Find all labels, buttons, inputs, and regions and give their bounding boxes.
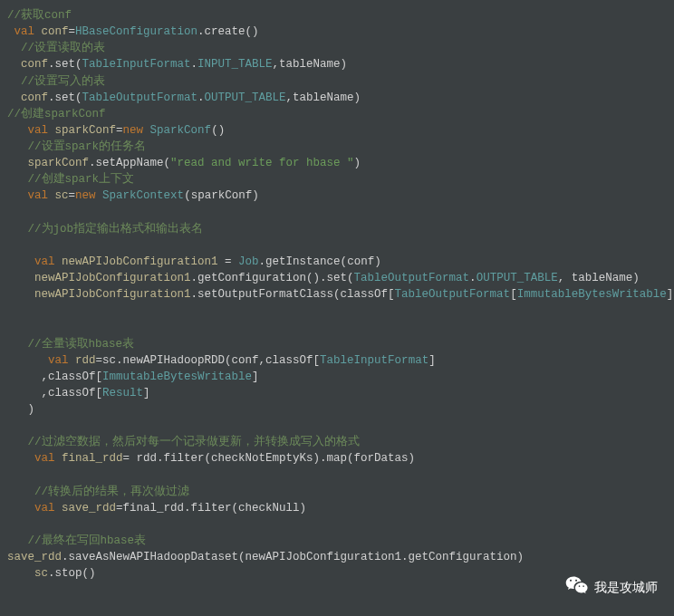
- code-line: [7, 418, 674, 434]
- code-line: [7, 237, 674, 254]
- code-line: newAPIJobConfiguration1.getConfiguration…: [7, 270, 674, 286]
- code-line: //转换后的结果，再次做过滤: [7, 484, 674, 500]
- code-line: val rdd=sc.newAPIHadoopRDD(conf,classOf[…: [7, 352, 674, 369]
- code-line: conf.set(TableInputFormat.INPUT_TABLE,ta…: [7, 56, 674, 72]
- code-block: //获取conf val conf=HBaseConfiguration.cre…: [7, 7, 674, 582]
- code-line: ,classOf[ImmutableBytesWritable]: [7, 369, 674, 385]
- code-line: [7, 303, 674, 319]
- wechat-icon: [565, 575, 589, 600]
- code-line: //设置读取的表: [7, 40, 674, 56]
- code-line: //设置spark的任务名: [7, 139, 674, 155]
- code-line: conf.set(TableOutputFormat.OUTPUT_TABLE,…: [7, 90, 674, 106]
- code-line: val final_rdd= rdd.filter(checkNotEmptyK…: [7, 450, 674, 467]
- code-line: [7, 516, 674, 533]
- code-line: //获取conf: [7, 7, 674, 24]
- code-line: sparkConf.setAppName("read and write for…: [7, 155, 674, 171]
- code-line: [7, 205, 674, 221]
- code-line: val conf=HBaseConfiguration.create(): [7, 24, 674, 40]
- watermark-text: 我是攻城师: [594, 578, 658, 596]
- code-line: save_rdd.saveAsNewAPIHadoopDataset(newAP…: [7, 549, 674, 565]
- code-line: //创建spark上下文: [7, 171, 674, 188]
- code-line: //全量读取hbase表: [7, 336, 674, 352]
- code-line: val newAPIJobConfiguration1 = Job.getIns…: [7, 254, 674, 270]
- code-line: ): [7, 401, 674, 418]
- code-line: [7, 319, 674, 335]
- code-line: val sc=new SparkContext(sparkConf): [7, 188, 674, 204]
- code-line: //为job指定输出格式和输出表名: [7, 221, 674, 237]
- code-line: //过滤空数据，然后对每一个记录做更新，并转换成写入的格式: [7, 434, 674, 450]
- code-line: ,classOf[Result]: [7, 385, 674, 401]
- watermark: 我是攻城师: [565, 575, 658, 600]
- code-line: newAPIJobConfiguration1.setOutputFormatC…: [7, 286, 674, 303]
- code-line: [7, 467, 674, 484]
- code-line: //最终在写回hbase表: [7, 533, 674, 549]
- code-line: //创建sparkConf: [7, 106, 674, 122]
- code-line: val sparkConf=new SparkConf(): [7, 122, 674, 139]
- code-line: //设置写入的表: [7, 73, 674, 90]
- code-line: val save_rdd=final_rdd.filter(checkNull): [7, 500, 674, 516]
